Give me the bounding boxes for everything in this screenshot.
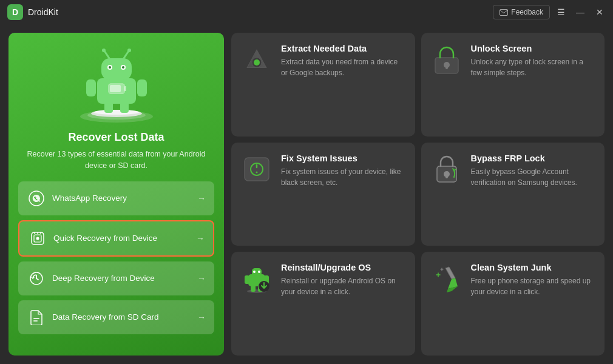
unlock-desc: Unlock any type of lock screen in a few … xyxy=(471,56,595,78)
reinstall-title: Reinstall/Upgrade OS xyxy=(281,263,405,272)
close-button[interactable]: ✕ xyxy=(591,4,608,21)
app-logo: D xyxy=(7,4,23,20)
svg-point-18 xyxy=(127,49,131,52)
card-bypass[interactable]: Bypass FRP Lock Easily bypass Google Acc… xyxy=(421,143,605,246)
svg-point-51 xyxy=(253,271,256,273)
menu-item-sdcard[interactable]: Data Recovery from SD Card → xyxy=(18,300,214,334)
android-illustration xyxy=(68,45,165,124)
deep-arrow: → xyxy=(197,274,206,283)
clean-icon xyxy=(431,263,462,294)
svg-rect-43 xyxy=(445,174,448,178)
svg-rect-20 xyxy=(124,86,126,91)
menu-item-quick[interactable]: Quick Recovery from Device → xyxy=(18,220,214,257)
svg-point-25 xyxy=(36,237,39,240)
title-bar-controls: Feedback ☰ — ✕ xyxy=(493,4,608,21)
card-unlock[interactable]: Unlock Screen Unlock any type of lock sc… xyxy=(421,33,605,136)
bypass-desc: Easily bypass Google Account verificatio… xyxy=(471,166,595,188)
fix-desc: Fix system issues of your device, like b… xyxy=(281,166,405,188)
extract-text: Extract Needed Data Extract data you nee… xyxy=(281,44,405,78)
unlock-title: Unlock Screen xyxy=(471,44,595,53)
svg-point-33 xyxy=(254,59,260,66)
minimize-icon: — xyxy=(576,7,584,17)
title-bar: D DroidKit Feedback ☰ — ✕ xyxy=(0,0,613,24)
recover-title: Recover Lost Data xyxy=(68,131,164,144)
svg-point-40 xyxy=(256,171,258,173)
whatsapp-arrow: → xyxy=(197,194,206,203)
svg-rect-30 xyxy=(33,318,39,319)
extract-desc: Extract data you need from a device or G… xyxy=(281,56,405,78)
card-clean[interactable]: Clean System Junk Free up phone storage … xyxy=(421,252,605,356)
reinstall-desc: Reinstall or upgrade Android OS on your … xyxy=(281,275,405,297)
fix-text: Fix System Issues Fix system issues of y… xyxy=(281,153,405,188)
fix-icon xyxy=(241,153,273,185)
svg-rect-37 xyxy=(245,158,269,181)
card-fix[interactable]: Fix System Issues Fix system issues of y… xyxy=(231,143,415,246)
unlock-icon xyxy=(431,44,462,75)
bypass-text: Bypass FRP Lock Easily bypass Google Acc… xyxy=(471,153,595,188)
clean-title: Clean System Junk xyxy=(471,263,595,272)
app-title: DroidKit xyxy=(28,7,58,17)
clean-text: Clean System Junk Free up phone storage … xyxy=(471,263,595,297)
svg-rect-31 xyxy=(33,320,38,322)
reinstall-icon xyxy=(241,263,273,294)
mail-icon xyxy=(500,9,508,16)
main-content: Recover Lost Data Recover 13 types of es… xyxy=(0,24,613,364)
unlock-text: Unlock Screen Unlock any type of lock sc… xyxy=(471,44,595,78)
svg-rect-8 xyxy=(86,79,96,96)
clean-desc: Free up phone storage and speed up your … xyxy=(471,275,595,297)
quick-recovery-label: Quick Recovery from Device xyxy=(53,234,196,243)
reinstall-text: Reinstall/Upgrade OS Reinstall or upgrad… xyxy=(281,263,405,297)
quick-recovery-icon xyxy=(28,229,47,248)
right-grid: Extract Needed Data Extract data you nee… xyxy=(231,33,605,356)
svg-rect-9 xyxy=(137,79,147,96)
card-reinstall[interactable]: Reinstall/Upgrade OS Reinstall or upgrad… xyxy=(231,252,415,356)
svg-point-14 xyxy=(122,66,124,69)
card-extract[interactable]: Extract Needed Data Extract data you nee… xyxy=(231,33,415,136)
svg-rect-10 xyxy=(101,58,132,80)
svg-rect-48 xyxy=(245,275,249,284)
feedback-label: Feedback xyxy=(511,8,543,16)
left-panel: Recover Lost Data Recover 13 types of es… xyxy=(8,33,224,356)
whatsapp-label: WhatsApp Recovery xyxy=(52,194,197,203)
sdcard-icon xyxy=(27,308,46,327)
close-icon: ✕ xyxy=(596,7,603,17)
svg-point-52 xyxy=(258,271,260,273)
sdcard-label: Data Recovery from SD Card xyxy=(52,312,197,322)
menu-icon: ☰ xyxy=(557,7,565,17)
svg-line-15 xyxy=(104,51,109,58)
sdcard-arrow: → xyxy=(197,312,206,322)
extract-title: Extract Needed Data xyxy=(281,44,405,53)
menu-item-deep[interactable]: Deep Recovery from Device → xyxy=(18,261,214,295)
svg-line-16 xyxy=(124,51,129,58)
svg-point-13 xyxy=(109,66,111,69)
svg-rect-21 xyxy=(110,85,121,92)
quick-arrow: → xyxy=(196,234,205,243)
svg-rect-36 xyxy=(445,65,448,69)
extract-icon xyxy=(241,44,273,75)
svg-point-4 xyxy=(93,110,140,115)
fix-title: Fix System Issues xyxy=(281,153,405,163)
bypass-icon xyxy=(431,153,462,185)
logo-letter: D xyxy=(12,7,18,17)
whatsapp-icon xyxy=(27,189,46,208)
deep-recovery-label: Deep Recovery from Device xyxy=(52,274,197,283)
menu-item-whatsapp[interactable]: WhatsApp Recovery → xyxy=(18,181,214,215)
svg-rect-0 xyxy=(500,9,508,15)
feedback-button[interactable]: Feedback xyxy=(493,5,550,19)
svg-point-17 xyxy=(102,49,106,52)
menu-button[interactable]: ☰ xyxy=(552,4,569,21)
recover-desc: Recover 13 types of essential data from … xyxy=(18,149,214,172)
minimize-button[interactable]: — xyxy=(572,4,589,21)
deep-recovery-icon xyxy=(27,269,46,288)
bypass-title: Bypass FRP Lock xyxy=(471,153,595,163)
